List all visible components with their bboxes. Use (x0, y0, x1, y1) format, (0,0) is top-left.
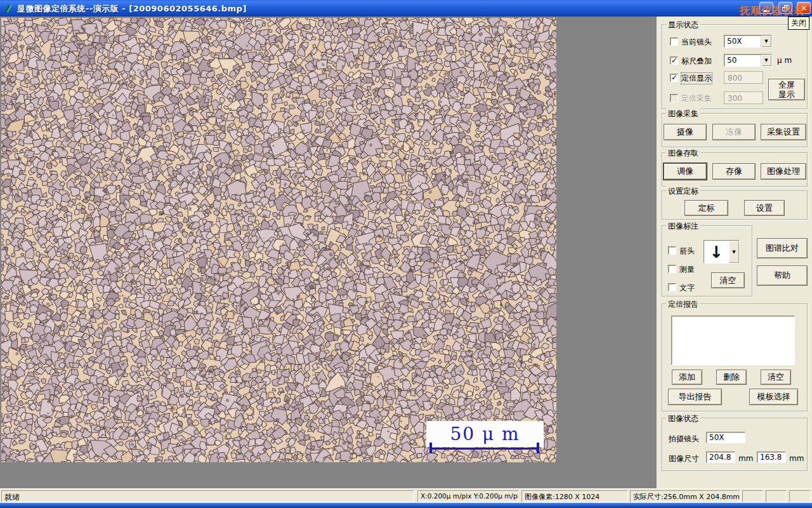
app-icon (3, 3, 13, 13)
arrow-checkbox[interactable] (668, 246, 676, 255)
ruler-size-value: 50 (724, 56, 761, 65)
status-actual-size: 实际尺寸:256.0mm X 204.8mm (630, 490, 740, 502)
chevron-down-icon[interactable] (761, 36, 771, 47)
group-title: 显示状态 (666, 20, 700, 30)
fullscreen-label-line2: 显示 (778, 90, 795, 99)
status-pixel-scale: X:0.200μ m/pix Y:0.200μ m/pix (417, 490, 519, 502)
image-height-field[interactable]: 163.8 (757, 451, 786, 463)
fullscreen-label-line1: 全屏 (778, 80, 795, 90)
group-title: 定倍报告 (666, 299, 700, 310)
report-delete-button[interactable]: 删除 (716, 370, 747, 385)
settings-button[interactable]: 设置 (744, 200, 785, 216)
ruler-overlay-checkbox[interactable] (670, 57, 678, 65)
atlas-compare-button[interactable]: 图谱比对 (757, 238, 808, 258)
ruler-unit-label: μ m (777, 56, 792, 65)
current-lens-select[interactable]: 50X (724, 35, 772, 48)
help-button[interactable]: 帮助 (757, 265, 808, 286)
capture-settings-button[interactable]: 采集设置 (761, 124, 806, 140)
window-title: 显微图像定倍系统--演示版 - [20090602055646.bmp] (17, 3, 247, 15)
status-bar: 就绪 X:0.200μ m/pix Y:0.200μ m/pix 图像像素:12… (0, 488, 812, 503)
group-title: 设置定标 (666, 186, 700, 197)
report-add-button[interactable]: 添加 (672, 370, 702, 385)
measure-label: 测量 (679, 264, 695, 275)
load-image-button[interactable]: 调像 (664, 163, 707, 180)
scale-bar-tick-left (429, 443, 432, 453)
group-title: 图像标注 (666, 221, 700, 232)
measure-checkbox[interactable] (668, 265, 676, 273)
text-checkbox[interactable] (668, 283, 676, 291)
arrow-style-value: ↓ (704, 241, 729, 263)
image-width-unit: mm (738, 454, 753, 463)
image-width-field[interactable]: 204.8 (706, 451, 735, 463)
fixed-display-label: 定倍显示 (681, 73, 712, 84)
ruler-size-select[interactable]: 50 (724, 54, 772, 67)
current-lens-checkbox[interactable] (670, 37, 678, 46)
status-image-pixels: 图像像素:1280 X 1024 (521, 490, 628, 502)
status-pane-empty (789, 490, 811, 502)
fixed-capture-label: 定倍采集 (681, 93, 712, 104)
arrow-style-select[interactable]: ↓ (704, 240, 740, 264)
status-ready: 就绪 (1, 490, 414, 502)
clear-annotation-button[interactable]: 清空 (711, 272, 745, 288)
scale-bar-label: 50 μ m (426, 421, 544, 447)
shoot-lens-label: 拍摄镜头 (669, 434, 699, 444)
close-tooltip: 关闭 (788, 17, 809, 30)
image-height-unit: mm (789, 454, 804, 463)
calibrate-button[interactable]: 定标 (684, 200, 728, 216)
scale-bar-box: 50 μ m (426, 421, 544, 447)
arrow-label: 箭头 (679, 246, 695, 257)
window-bottom-border (0, 503, 812, 508)
image-processing-button[interactable]: 图像处理 (761, 163, 806, 180)
client-area: 50 μ m 显示状态 当前镜头 50X 标尺叠加 50 μ m (0, 17, 812, 488)
text-label: 文字 (679, 283, 695, 293)
report-clear-button[interactable]: 清空 (761, 370, 791, 385)
group-calibration: 设置定标 (662, 190, 808, 220)
group-title: 图像存取 (666, 148, 700, 159)
group-title: 图像状态 (666, 413, 700, 424)
ruler-overlay-label: 标尺叠加 (681, 56, 712, 67)
fixed-display-field: 800 (724, 71, 763, 84)
demo-watermark: 抚顺仪器仪表 (740, 4, 804, 18)
chevron-down-icon[interactable] (729, 241, 739, 263)
report-list[interactable] (671, 316, 795, 365)
scale-bar-line (429, 448, 539, 450)
export-report-button[interactable]: 导出报告 (668, 389, 722, 405)
fixed-capture-checkbox (670, 94, 678, 102)
fixed-capture-field: 300 (724, 91, 763, 104)
fixed-display-checkbox[interactable] (670, 74, 678, 82)
shoot-lens-field[interactable]: 50X (706, 432, 745, 443)
current-lens-value: 50X (724, 37, 761, 46)
chevron-down-icon[interactable] (761, 55, 771, 66)
image-size-label: 图像尺寸 (669, 453, 699, 464)
freeze-button: 冻像 (712, 124, 756, 140)
scale-bar-tick-right (537, 443, 539, 453)
capture-button[interactable]: 摄像 (664, 124, 707, 140)
micrograph-image (1, 18, 556, 462)
app-window: 显微图像定倍系统--演示版 - [20090602055646.bmp] ✕ 抚… (0, 0, 812, 508)
current-lens-label: 当前镜头 (681, 37, 712, 48)
status-pane-empty (742, 490, 763, 502)
title-bar[interactable]: 显微图像定倍系统--演示版 - [20090602055646.bmp] ✕ 抚… (0, 0, 812, 17)
status-pane-empty (766, 490, 787, 502)
fullscreen-button[interactable]: 全屏 显示 (768, 79, 805, 100)
group-title: 图像采集 (666, 109, 700, 119)
control-panel: 显示状态 当前镜头 50X 标尺叠加 50 μ m 定倍显示 800 全屏 显示 (657, 17, 812, 488)
save-image-button[interactable]: 存像 (712, 163, 756, 180)
template-select-button[interactable]: 模板选择 (749, 389, 798, 405)
